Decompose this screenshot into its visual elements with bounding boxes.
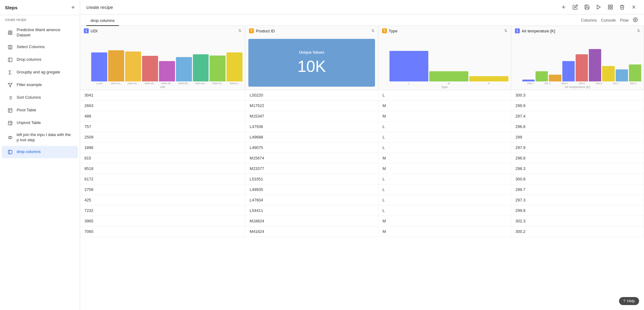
add-button[interactable] xyxy=(560,3,568,11)
bar-3 xyxy=(142,56,158,81)
sidebar-items-list: Predictive Maint ainence Dataset Select … xyxy=(0,23,80,160)
x-label: 298.8 xyxy=(574,82,590,85)
run-button[interactable] xyxy=(595,3,603,11)
add-step-button[interactable]: + xyxy=(71,4,75,10)
edit-button[interactable] xyxy=(571,3,579,11)
bar-3 xyxy=(562,61,575,81)
air-temp-cell: 297.4 xyxy=(511,111,644,122)
table-row: 7232L54411L299.8 xyxy=(80,205,644,216)
air-temp-cell: 300.8 xyxy=(511,174,644,184)
help-button[interactable]: ? Help xyxy=(619,297,639,305)
tabs-row: drop columns Columns Console Flow xyxy=(80,14,644,26)
flow-action[interactable]: Flow xyxy=(620,18,629,23)
sidebar-item-join[interactable]: left join the inpu t data with the p ivo… xyxy=(2,130,78,146)
x-label: 300.8 xyxy=(591,82,607,85)
air-temp-cell: 299.9 xyxy=(511,101,644,111)
sidebar-item-drop-columns[interactable]: Drop columns xyxy=(2,54,78,66)
udi-cell: 1896 xyxy=(80,143,245,153)
sidebar-item-sort[interactable]: Sort Columns xyxy=(2,92,78,104)
air-temp-cell: 299.8 xyxy=(511,205,644,216)
sidebar-item-label: Groupby and ag gregate xyxy=(17,70,60,75)
columns-icon xyxy=(7,44,14,51)
sidebar: Steps + create recipe Predictive Maint a… xyxy=(0,0,80,310)
x-label: 297.1 xyxy=(539,82,556,85)
x-label: 8000-8... xyxy=(226,82,243,85)
grid-view-button[interactable] xyxy=(606,3,614,11)
col-sort-icon[interactable]: ⇅ xyxy=(238,29,241,33)
drop-active-icon xyxy=(7,149,14,155)
sidebar-item-drop-columns-active[interactable]: drop columns xyxy=(2,146,78,158)
filter-icon xyxy=(7,82,14,89)
bar-4 xyxy=(159,61,175,81)
unique-values-card: Unique Values 10K xyxy=(248,39,375,87)
main-content: create recipe xyxy=(80,0,644,310)
udi-cell: 2756 xyxy=(80,184,245,195)
tab-drop-columns[interactable]: drop columns xyxy=(86,16,119,26)
delete-button[interactable] xyxy=(618,3,626,11)
udi-cell: 3041 xyxy=(80,90,245,101)
svg-rect-31 xyxy=(608,8,610,9)
product-id-cell: L47936 xyxy=(245,122,378,132)
settings-icon[interactable] xyxy=(633,17,638,23)
x-label: 1000-19... xyxy=(108,82,124,85)
close-button[interactable] xyxy=(630,3,638,11)
col-header-type: T Type ⇅ LMH Type xyxy=(378,26,511,90)
sidebar-item-select-columns[interactable]: Select Columns xyxy=(2,41,78,53)
drop-icon xyxy=(7,56,14,63)
bar-1 xyxy=(536,71,548,81)
x-label: 5000-59... xyxy=(176,82,192,85)
product-id-cell: M18824 xyxy=(245,216,378,226)
col-sort-icon[interactable]: ⇅ xyxy=(504,29,507,33)
col-type-badge: T xyxy=(249,28,254,33)
table-row: 7065M41824M300.2 xyxy=(80,226,644,237)
svg-rect-32 xyxy=(611,8,613,9)
sidebar-item-filter[interactable]: Filter example xyxy=(2,79,78,91)
sidebar-item-pivot[interactable]: Pivot Table xyxy=(2,104,78,117)
col-type-badge: 1 xyxy=(84,28,89,33)
x-label: 2000-29... xyxy=(125,82,141,85)
table-row: 3041L50220L300.3 xyxy=(80,90,644,101)
air-temp-cell: 302.3 xyxy=(511,216,644,226)
udi-cell: 6172 xyxy=(80,174,245,184)
col-sort-icon[interactable]: ⇅ xyxy=(371,29,374,33)
sidebar-item-groupby[interactable]: Groupby and ag gregate xyxy=(2,66,78,79)
bar-7 xyxy=(616,69,628,81)
table-row: 757L47936L296.8 xyxy=(80,122,644,132)
col-type-badge: T xyxy=(382,28,387,33)
table-row: 815M15674M296.8 xyxy=(80,153,644,163)
bar-4 xyxy=(576,54,588,81)
x-label: 4000-49... xyxy=(159,82,175,85)
x-label: 6000-69... xyxy=(193,82,209,85)
columns-action[interactable]: Columns xyxy=(581,18,597,23)
x-label: 7000-79... xyxy=(210,82,226,85)
col-sort-icon[interactable]: ⇅ xyxy=(637,29,640,33)
col-type-badge: 1 xyxy=(515,28,520,33)
air-temp-cell: 296.8 xyxy=(511,153,644,163)
type-cell: M xyxy=(378,163,511,174)
save-button[interactable] xyxy=(583,3,591,11)
x-label: 295.3 xyxy=(522,82,539,85)
bar-2 xyxy=(469,76,508,81)
svg-rect-19 xyxy=(8,121,12,125)
sidebar-header: Steps + xyxy=(0,0,80,15)
help-icon: ? xyxy=(623,299,626,303)
sidebar-item-label: Drop columns xyxy=(17,57,41,62)
content-area: drop columns Columns Console Flow 1 U xyxy=(80,14,644,310)
x-label: L xyxy=(389,82,429,85)
pivot-icon xyxy=(7,107,14,114)
table-row: 1896L49075L297.9 xyxy=(80,143,644,153)
topbar: create recipe xyxy=(80,0,644,14)
type-cell: M xyxy=(378,226,511,237)
col-header-air-temp: 1 Air temperature [K] ⇅ 295.3297.1298.02… xyxy=(511,26,644,90)
svg-marker-28 xyxy=(597,5,601,9)
svg-rect-29 xyxy=(608,5,610,6)
table-row: 488M15347M297.4 xyxy=(80,111,644,122)
console-action[interactable]: Console xyxy=(601,18,616,23)
sidebar-item-predictive[interactable]: Predictive Maint ainence Dataset xyxy=(2,25,78,41)
x-label: 301.7 xyxy=(608,82,624,85)
type-cell: L xyxy=(378,184,511,195)
chart-area: 1-1001000-19...2000-29...3000-39...4000-… xyxy=(80,36,245,90)
air-temp-cell: 299.7 xyxy=(511,184,644,195)
sidebar-item-unpivot[interactable]: Unpivot Table xyxy=(2,117,78,129)
col-name: Air temperature [K] xyxy=(522,29,555,33)
